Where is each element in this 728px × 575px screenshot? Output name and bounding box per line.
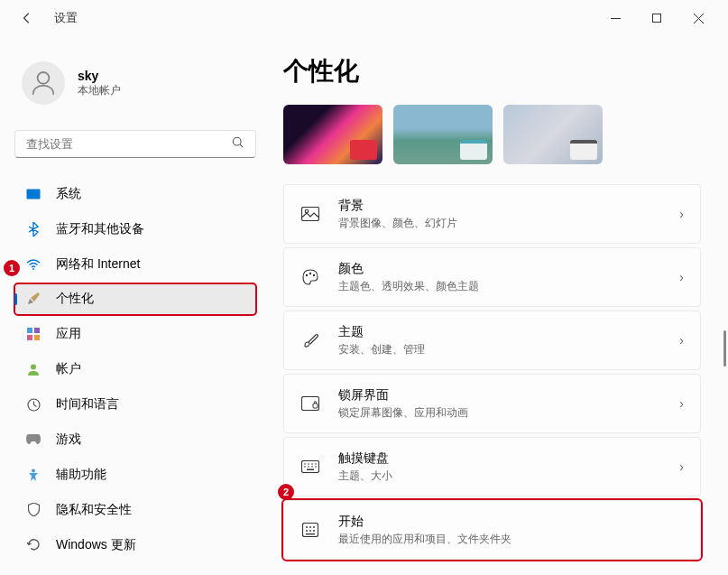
svg-point-36	[309, 530, 311, 532]
shield-icon	[25, 502, 41, 518]
settings-item-themes[interactable]: 主题 安装、创建、管理 ›	[283, 311, 701, 370]
user-type: 本地帐户	[78, 83, 121, 98]
item-desc: 安装、创建、管理	[338, 342, 679, 357]
sidebar-item-network[interactable]: 网络和 Internet	[14, 248, 256, 280]
sidebar-item-update[interactable]: Windows 更新	[14, 529, 256, 561]
svg-rect-1	[653, 14, 661, 23]
scrollbar-thumb[interactable]	[723, 330, 726, 366]
svg-point-22	[304, 463, 306, 465]
svg-point-6	[32, 268, 34, 270]
bluetooth-icon	[25, 221, 41, 237]
settings-item-lockscreen[interactable]: 锁屏界面 锁定屏幕图像、应用和动画 ›	[283, 374, 701, 433]
sidebar-item-gaming[interactable]: 游戏	[14, 424, 256, 456]
nav-label: Windows 更新	[56, 537, 136, 553]
close-button[interactable]	[677, 4, 719, 32]
nav-label: 系统	[56, 186, 81, 202]
maximize-button[interactable]	[636, 4, 677, 32]
keyboard-icon	[300, 457, 320, 477]
svg-point-13	[32, 468, 35, 472]
nav-label: 辅助功能	[56, 467, 106, 483]
item-desc: 锁定屏幕图像、应用和动画	[338, 405, 679, 421]
svg-point-24	[311, 463, 313, 465]
search-icon	[232, 136, 244, 153]
nav-label: 个性化	[56, 291, 94, 307]
svg-rect-9	[27, 335, 32, 340]
svg-rect-14	[302, 208, 319, 221]
search-input[interactable]	[26, 137, 232, 151]
svg-rect-10	[34, 335, 40, 340]
chevron-right-icon: ›	[679, 333, 684, 348]
svg-point-23	[308, 463, 309, 465]
svg-point-27	[308, 466, 309, 468]
annotation-marker-1: 1	[4, 260, 20, 276]
item-title: 背景	[338, 198, 679, 214]
sidebar: sky 本地帐户 系统	[0, 36, 271, 575]
svg-rect-20	[313, 403, 318, 408]
theme-preview-3[interactable]	[503, 105, 603, 164]
nav-label: 隐私和安全性	[56, 502, 132, 518]
avatar	[22, 61, 65, 105]
settings-item-background[interactable]: 背景 背景图像、颜色、幻灯片 ›	[283, 184, 701, 244]
sidebar-item-system[interactable]: 系统	[14, 178, 256, 209]
item-title: 开始	[338, 514, 684, 530]
theme-preview-1[interactable]	[283, 105, 382, 164]
svg-point-34	[313, 526, 315, 528]
theme-previews	[283, 105, 701, 164]
svg-rect-38	[306, 533, 315, 534]
svg-point-11	[31, 365, 36, 370]
brush-icon	[300, 330, 320, 350]
settings-item-start[interactable]: 开始 最近使用的应用和项目、文件夹件夹	[283, 500, 701, 560]
svg-point-26	[304, 466, 306, 468]
sidebar-item-accessibility[interactable]: 辅助功能	[14, 459, 256, 490]
item-desc: 背景图像、颜色、幻灯片	[338, 216, 679, 231]
settings-item-colors[interactable]: 颜色 主题色、透明效果、颜色主题 ›	[283, 247, 701, 307]
nav-label: 游戏	[56, 431, 81, 448]
annotation-marker-2: 2	[278, 484, 294, 500]
sidebar-item-time-language[interactable]: 时间和语言	[14, 389, 256, 421]
svg-rect-7	[27, 328, 32, 333]
theme-preview-2[interactable]	[393, 105, 493, 164]
search-box[interactable]	[14, 130, 256, 158]
svg-rect-5	[27, 189, 41, 199]
clock-icon	[25, 396, 41, 413]
svg-point-37	[313, 530, 315, 532]
svg-rect-30	[307, 469, 314, 471]
svg-point-32	[306, 526, 308, 528]
svg-rect-8	[34, 328, 40, 333]
titlebar: 设置	[0, 0, 728, 36]
sidebar-item-privacy[interactable]: 隐私和安全性	[14, 494, 256, 525]
svg-point-3	[233, 137, 241, 145]
sidebar-item-apps[interactable]: 应用	[14, 319, 256, 350]
nav-label: 帐户	[56, 361, 81, 377]
sidebar-item-personalization[interactable]: 个性化	[14, 283, 256, 315]
wifi-icon	[25, 256, 41, 273]
game-icon	[25, 431, 41, 448]
system-icon	[25, 186, 41, 202]
item-title: 锁屏界面	[338, 387, 679, 403]
apps-icon	[25, 326, 41, 342]
settings-item-touch-keyboard[interactable]: 触摸键盘 主题、大小 ›	[283, 437, 701, 496]
chevron-right-icon: ›	[679, 459, 684, 474]
item-title: 触摸键盘	[338, 450, 679, 467]
svg-line-4	[240, 144, 243, 147]
palette-icon	[300, 267, 320, 287]
svg-point-25	[315, 463, 317, 465]
back-button[interactable]	[18, 9, 36, 27]
item-desc: 最近使用的应用和项目、文件夹件夹	[338, 532, 684, 547]
chevron-right-icon: ›	[679, 396, 684, 411]
lock-screen-icon	[300, 394, 320, 413]
chevron-right-icon: ›	[679, 270, 684, 284]
nav-label: 时间和语言	[56, 396, 119, 413]
start-icon	[300, 520, 320, 540]
sidebar-item-bluetooth[interactable]: 蓝牙和其他设备	[14, 213, 256, 245]
svg-point-16	[306, 274, 308, 276]
minimize-button[interactable]	[594, 4, 636, 32]
user-info[interactable]: sky 本地帐户	[14, 54, 256, 112]
paint-icon	[25, 291, 41, 307]
nav-label: 网络和 Internet	[56, 256, 140, 273]
sidebar-item-accounts[interactable]: 帐户	[14, 354, 256, 385]
main-content: 个性化 背景 背景图像、颜色、幻灯片 ›	[271, 36, 728, 575]
username: sky	[78, 69, 121, 83]
svg-point-29	[315, 466, 317, 468]
item-title: 主题	[338, 324, 679, 340]
